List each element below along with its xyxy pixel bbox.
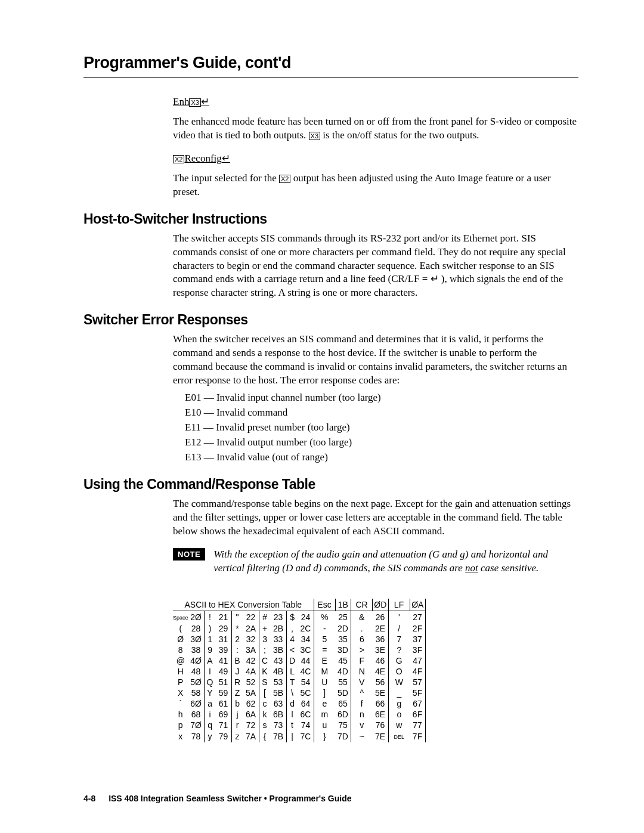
ascii-char: m <box>314 709 335 720</box>
host-para: The switcher accepts SIS commands throug… <box>173 232 578 301</box>
ascii-header-val: ØD <box>373 599 389 611</box>
ascii-hex: 32 <box>243 634 259 645</box>
ascii-char: H <box>173 666 188 677</box>
ascii-char: g <box>388 698 410 709</box>
ascii-header-key: Esc <box>314 599 335 611</box>
ascii-char: f <box>351 698 373 709</box>
ascii-hex: 4C <box>298 666 314 677</box>
error-item: E13 — Invalid value (out of range) <box>185 451 578 465</box>
ascii-char: > <box>351 645 373 655</box>
ascii-row: p7Øq71r72s73t74u75v76w77 <box>173 720 426 730</box>
ascii-row: (28)29*2A+2B,2C-2D.2E/2F <box>173 623 426 634</box>
ascii-hex: 6Ø <box>188 698 205 709</box>
ascii-hex: 62 <box>243 698 259 709</box>
ascii-hex: 22 <box>243 611 259 624</box>
enh-para: The enhanced mode feature has been turne… <box>173 115 578 143</box>
ascii-hex: 54 <box>298 677 314 688</box>
ascii-hex: 36 <box>373 634 389 645</box>
ascii-char: < <box>286 645 298 655</box>
ascii-char: p <box>173 720 188 730</box>
ascii-hex: 7D <box>335 730 351 742</box>
ascii-row: H48I49J4AK4BL4CM4DN4EO4F <box>173 666 426 677</box>
ascii-row: Ø3Ø131232333434535636737 <box>173 634 426 645</box>
note-row: NOTE With the exception of the audio gai… <box>173 548 578 575</box>
ascii-char: n <box>351 709 373 720</box>
ascii-hex: 3F <box>410 645 426 655</box>
ascii-char: 8 <box>173 645 188 655</box>
ascii-char: 5 <box>314 634 335 645</box>
ascii-hex: 29 <box>216 623 232 634</box>
ascii-hex: 3C <box>298 645 314 655</box>
ascii-char: ` <box>173 698 188 709</box>
enh-heading: EnhX3↵ <box>173 95 578 109</box>
ascii-char: c <box>259 698 271 709</box>
ascii-header-key: CR <box>351 599 373 611</box>
ascii-hex: 42 <box>243 655 259 666</box>
x2-badge: X2 <box>173 155 184 163</box>
ascii-hex: 61 <box>216 698 232 709</box>
note-text: With the exception of the audio gain and… <box>213 548 578 575</box>
ascii-hex: 2Ø <box>188 611 205 624</box>
ascii-hex: 3E <box>373 645 389 655</box>
ascii-hex: 3D <box>335 645 351 655</box>
ascii-hex: 3A <box>243 645 259 655</box>
ascii-char: I <box>204 666 216 677</box>
ascii-hex: 5E <box>373 688 389 698</box>
enh-label: Enh <box>173 96 189 107</box>
ascii-hex: 65 <box>335 698 351 709</box>
ascii-char: z <box>231 730 243 742</box>
return-icon: ↵ <box>201 96 209 107</box>
ascii-hex: 2D <box>335 623 351 634</box>
ascii-char: & <box>351 611 373 624</box>
ascii-char: ( <box>173 623 188 634</box>
ascii-hex: 44 <box>298 655 314 666</box>
ascii-hex: 2F <box>410 623 426 634</box>
ascii-char: a <box>204 698 216 709</box>
ascii-hex: 4B <box>271 666 287 677</box>
ascii-hex: 4A <box>243 666 259 677</box>
reconfig-heading: X2Reconfig↵ <box>173 152 578 166</box>
ascii-hex: 37 <box>410 634 426 645</box>
ascii-char: $ <box>286 611 298 624</box>
ascii-hex: 6A <box>243 709 259 720</box>
ascii-char: _ <box>388 688 410 698</box>
ascii-hex: 27 <box>410 611 426 624</box>
error-list: E01 — Invalid input channel number (too … <box>185 391 578 465</box>
ascii-char: y <box>204 730 216 742</box>
ascii-hex: 33 <box>271 634 287 645</box>
ascii-char: o <box>388 709 410 720</box>
ascii-char: W <box>388 677 410 688</box>
ascii-char: 1 <box>204 634 216 645</box>
ascii-hex: 43 <box>271 655 287 666</box>
ascii-char: * <box>231 623 243 634</box>
ascii-char: t <box>286 720 298 730</box>
ascii-char: X <box>173 688 188 698</box>
ascii-hex: 6D <box>335 709 351 720</box>
return-icon: ↵ <box>222 153 230 164</box>
ascii-hex: 5C <box>298 688 314 698</box>
ascii-row: h68i69j6Ak6Bl6Cm6Dn6Eo6F <box>173 709 426 720</box>
x2-badge-inline: X2 <box>279 175 290 183</box>
ascii-hex: 69 <box>216 709 232 720</box>
ascii-hex: 77 <box>410 720 426 730</box>
ascii-char: U <box>314 677 335 688</box>
ascii-char: F <box>351 655 373 666</box>
ascii-hex: 34 <box>298 634 314 645</box>
ascii-hex: 76 <box>373 720 389 730</box>
ascii-hex: 4Ø <box>188 655 205 666</box>
ascii-hex: 41 <box>216 655 232 666</box>
ascii-char: v <box>351 720 373 730</box>
ascii-hex: 58 <box>188 688 205 698</box>
errors-heading: Switcher Error Responses <box>83 312 578 328</box>
ascii-hex: 5D <box>335 688 351 698</box>
ascii-row: X58Y59Z5A[5B\5C]5D^5E_5F <box>173 688 426 698</box>
ascii-char: D <box>286 655 298 666</box>
ascii-hex: 47 <box>410 655 426 666</box>
ascii-row: P5ØQ51R52S53T54U55V56W57 <box>173 677 426 688</box>
ascii-hex: 21 <box>216 611 232 624</box>
ascii-hex: 2C <box>298 623 314 634</box>
ascii-header-key: LF <box>388 599 410 611</box>
ascii-char: ) <box>204 623 216 634</box>
x3-badge: X3 <box>189 98 200 107</box>
ascii-hex: 26 <box>373 611 389 624</box>
